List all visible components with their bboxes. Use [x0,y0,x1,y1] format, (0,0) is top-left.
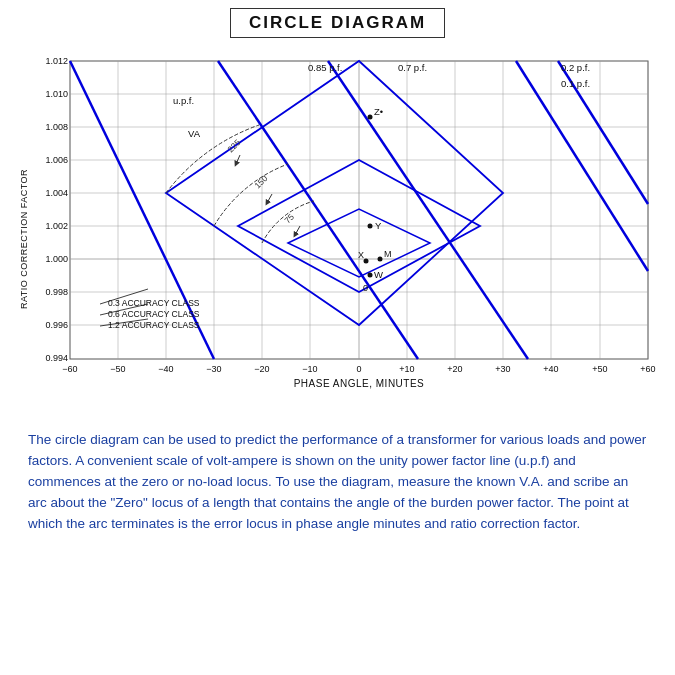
page: CIRCLE DIAGRAM RATIO CORRECTION FACTOR [0,0,675,547]
svg-text:+40: +40 [543,364,558,374]
page-title: CIRCLE DIAGRAM [230,8,445,38]
svg-point-62 [367,224,372,229]
svg-text:0.85 p.f.: 0.85 p.f. [308,62,342,73]
svg-text:1.002: 1.002 [45,221,68,231]
svg-text:−40: −40 [158,364,173,374]
svg-text:Y: Y [375,220,382,231]
svg-text:X: X [358,250,364,260]
svg-text:−10: −10 [302,364,317,374]
svg-text:Z•: Z• [374,106,383,117]
svg-point-68 [367,273,372,278]
svg-text:M: M [384,249,392,259]
svg-text:−30: −30 [206,364,221,374]
svg-text:0.6 ACCURACY CLASS: 0.6 ACCURACY CLASS [108,309,200,319]
svg-text:1.000: 1.000 [45,254,68,264]
svg-text:0.1 p.f.: 0.1 p.f. [561,78,590,89]
svg-text:0.7  p.f.: 0.7 p.f. [398,62,427,73]
svg-point-64 [377,257,382,262]
svg-text:VA: VA [188,128,201,139]
x-axis-labels: −60 −50 −40 −30 −20 −10 0 +10 +20 +30 +4… [62,364,655,374]
svg-text:1.2 ACCURACY CLASS: 1.2 ACCURACY CLASS [108,320,200,330]
svg-point-60 [367,115,372,120]
svg-text:RATIO CORRECTION FACTOR: RATIO CORRECTION FACTOR [19,169,29,309]
svg-text:−60: −60 [62,364,77,374]
svg-text:u.p.f.: u.p.f. [173,95,194,106]
svg-text:+20: +20 [447,364,462,374]
svg-text:0.2 p.f.: 0.2 p.f. [561,62,590,73]
svg-text:1.008: 1.008 [45,122,68,132]
diagram-container: RATIO CORRECTION FACTOR [18,44,658,414]
svg-text:0: 0 [363,283,368,293]
title-area: CIRCLE DIAGRAM [12,8,663,38]
svg-text:+50: +50 [592,364,607,374]
svg-text:0: 0 [356,364,361,374]
svg-text:PHASE ANGLE,  MINUTES: PHASE ANGLE, MINUTES [293,378,424,389]
svg-text:0.994: 0.994 [45,353,68,363]
y-axis-labels: 1.012 1.010 1.008 1.006 1.004 1.002 1.00… [45,56,68,363]
svg-text:−20: −20 [254,364,269,374]
svg-text:1.012: 1.012 [45,56,68,66]
svg-text:1.010: 1.010 [45,89,68,99]
svg-text:−50: −50 [110,364,125,374]
svg-text:1.006: 1.006 [45,155,68,165]
svg-text:+10: +10 [399,364,414,374]
svg-text:0.996: 0.996 [45,320,68,330]
svg-text:+60: +60 [640,364,655,374]
svg-point-66 [363,259,368,264]
circle-diagram-svg: RATIO CORRECTION FACTOR [18,44,658,414]
svg-text:W: W [374,269,383,280]
description-text: The circle diagram can be used to predic… [28,430,647,535]
svg-text:0.3 ACCURACY CLASS: 0.3 ACCURACY CLASS [108,298,200,308]
svg-text:+30: +30 [495,364,510,374]
svg-text:0.998: 0.998 [45,287,68,297]
svg-text:1.004: 1.004 [45,188,68,198]
